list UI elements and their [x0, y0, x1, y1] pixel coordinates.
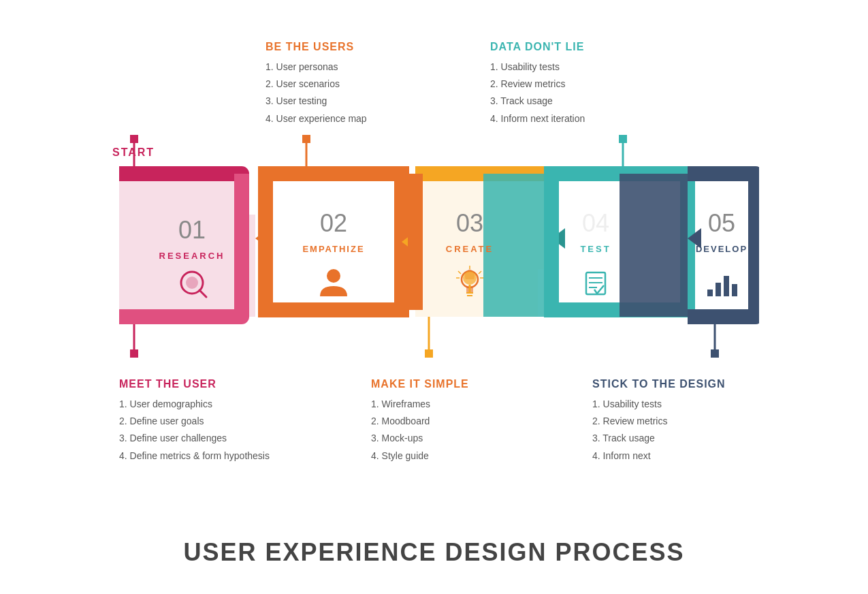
list-item: 1. Usability tests — [592, 396, 726, 413]
top-label-be-the-users: BE THE USERS 1. User personas 2. User sc… — [266, 41, 367, 127]
svg-text:EMPATHIZE: EMPATHIZE — [302, 244, 364, 254]
list-item: 1. Wireframes — [371, 396, 469, 413]
svg-rect-12 — [302, 135, 310, 143]
list-item: 1. User personas — [266, 59, 367, 76]
list-item: 2. Define user goals — [119, 413, 270, 430]
svg-text:05: 05 — [708, 209, 735, 237]
list-item: 3. Track usage — [592, 430, 726, 447]
svg-text:CREATE: CREATE — [446, 244, 494, 254]
svg-rect-19 — [425, 349, 433, 358]
svg-text:02: 02 — [320, 209, 347, 237]
be-the-users-list: 1. User personas 2. User scenarios 3. Us… — [266, 59, 367, 127]
diagram-svg: 01 RESEARCH 02 EMPATHIZE 03 — [106, 133, 759, 378]
list-item: 4. User experience map — [266, 110, 367, 127]
svg-point-25 — [463, 271, 477, 285]
be-the-users-title: BE THE USERS — [266, 41, 367, 53]
list-item: 1. Usability tests — [490, 59, 585, 76]
stick-to-design-list: 1. Usability tests 2. Review metrics 3. … — [592, 396, 726, 465]
svg-point-17 — [327, 269, 340, 283]
svg-text:DEVELOP: DEVELOP — [696, 244, 748, 254]
data-dont-lie-title: DATA DON'T LIE — [490, 41, 585, 53]
svg-rect-3 — [130, 349, 138, 358]
list-item: 3. Mock-ups — [371, 430, 469, 447]
bottom-label-meet-the-user: MEET THE USER 1. User demographics 2. De… — [119, 378, 270, 465]
make-it-simple-list: 1. Wireframes 2. Moodboard 3. Mock-ups 4… — [371, 396, 469, 465]
list-item: 2. Review metrics — [592, 413, 726, 430]
list-item: 2. User scenarios — [266, 76, 367, 93]
list-item: 3. Define user challenges — [119, 430, 270, 447]
make-it-simple-title: MAKE IT SIMPLE — [371, 378, 469, 390]
stick-to-design-title: STICK TO THE DESIGN — [592, 378, 726, 390]
top-label-data-dont-lie: DATA DON'T LIE 1. Usability tests 2. Rev… — [490, 41, 585, 127]
list-item: 2. Moodboard — [371, 413, 469, 430]
list-item: 3. Track usage — [490, 93, 585, 110]
svg-rect-35 — [619, 135, 627, 143]
svg-rect-46 — [711, 349, 719, 358]
svg-text:TEST: TEST — [580, 244, 611, 254]
page-title: USER EXPERIENCE DESIGN PROCESS — [183, 538, 684, 567]
list-item: 2. Review metrics — [490, 76, 585, 93]
list-item: 4. Inform next iteration — [490, 110, 585, 127]
svg-text:04: 04 — [582, 209, 609, 237]
svg-text:01: 01 — [178, 216, 206, 244]
svg-rect-51 — [724, 276, 729, 296]
list-item: 4. Define metrics & form hypothesis — [119, 448, 270, 465]
page-container: BE THE USERS 1. User personas 2. User sc… — [0, 0, 868, 594]
svg-rect-50 — [716, 283, 721, 296]
svg-text:03: 03 — [456, 209, 483, 237]
svg-rect-37 — [620, 174, 688, 317]
svg-rect-49 — [707, 290, 713, 296]
bottom-label-make-it-simple: MAKE IT SIMPLE 1. Wireframes 2. Moodboar… — [371, 378, 469, 465]
list-item: 1. User demographics — [119, 396, 270, 413]
svg-rect-52 — [732, 284, 737, 296]
meet-the-user-list: 1. User demographics 2. Define user goal… — [119, 396, 270, 465]
list-item: 4. Inform next — [592, 448, 726, 465]
list-item: 4. Style guide — [371, 448, 469, 465]
svg-rect-1 — [130, 135, 138, 143]
data-dont-lie-list: 1. Usability tests 2. Review metrics 3. … — [490, 59, 585, 127]
list-item: 3. User testing — [266, 93, 367, 110]
bottom-label-stick-to-design: STICK TO THE DESIGN 1. Usability tests 2… — [592, 378, 726, 465]
svg-point-10 — [186, 277, 198, 289]
svg-text:RESEARCH: RESEARCH — [159, 251, 225, 261]
meet-the-user-title: MEET THE USER — [119, 378, 270, 390]
